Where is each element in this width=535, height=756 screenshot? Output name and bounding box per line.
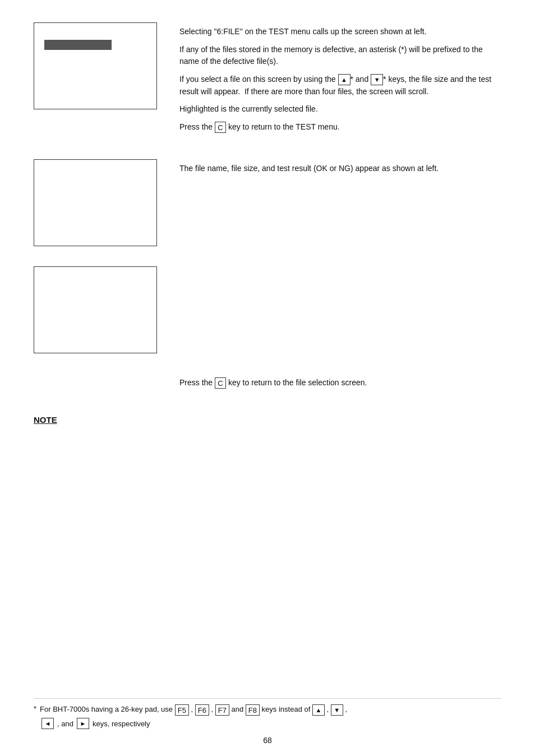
para-1-2: If any of the files stored in the memory…	[179, 44, 501, 68]
text-block-1: Selecting "6:FILE" on the TEST menu call…	[179, 22, 501, 139]
para-1-3: If you select a file on this screen by u…	[179, 73, 501, 98]
note-section: NOTE	[34, 415, 501, 428]
footer-line-2: ◄ , and ► keys, respectively	[41, 718, 501, 729]
text-block-4: Press the C key to return to the file se…	[179, 374, 501, 395]
para-2-1: The file name, file size, and test resul…	[179, 163, 501, 175]
f6-key: F6	[195, 704, 209, 716]
text-block-2: The file name, file size, and test resul…	[179, 159, 501, 181]
screen-mock-3	[34, 266, 157, 353]
footnote-asterisk: *	[34, 704, 36, 713]
up-key-icon: ▲	[338, 74, 350, 85]
note-label: NOTE	[34, 415, 57, 425]
footer-line-1: * For BHT-7000s having a 26-key pad, use…	[34, 704, 501, 716]
text-block-3	[179, 266, 501, 270]
para-1-1: Selecting "6:FILE" on the TEST menu call…	[179, 26, 501, 38]
left-key-footer: ◄	[41, 718, 54, 729]
right-key-footer: ►	[77, 718, 89, 729]
para-4-1: Press the C key to return to the file se…	[179, 377, 501, 389]
f8-key: F8	[246, 704, 260, 716]
highlight-bar	[44, 40, 112, 50]
footnote-text: For BHT-7000s having a 26-key pad, use F…	[40, 704, 347, 716]
f7-key: F7	[215, 704, 229, 716]
screen-mock-2	[34, 159, 157, 246]
section-1: Selecting "6:FILE" on the TEST menu call…	[34, 22, 501, 139]
page: Selecting "6:FILE" on the TEST menu call…	[0, 0, 535, 756]
page-number: 68	[0, 736, 535, 745]
footer-and-text: , and	[57, 720, 73, 728]
f5-key: F5	[175, 704, 189, 716]
screen-mock-1	[34, 22, 157, 109]
down-key-icon: ▼	[371, 74, 383, 85]
c-key-2: C	[215, 377, 226, 389]
section-2: The file name, file size, and test resul…	[34, 159, 501, 246]
footer-note: * For BHT-7000s having a 26-key pad, use…	[34, 698, 501, 729]
section-3	[34, 266, 501, 353]
section-4: Press the C key to return to the file se…	[34, 374, 501, 395]
footer-suffix: keys, respectively	[93, 720, 150, 728]
para-1-4: Highlighted is the currently selected fi…	[179, 103, 501, 116]
up-key-footer: ▲	[312, 704, 325, 716]
c-key: C	[215, 122, 226, 133]
para-1-5: Press the C key to return to the TEST me…	[179, 121, 501, 133]
down-key-footer: ▼	[331, 704, 343, 716]
